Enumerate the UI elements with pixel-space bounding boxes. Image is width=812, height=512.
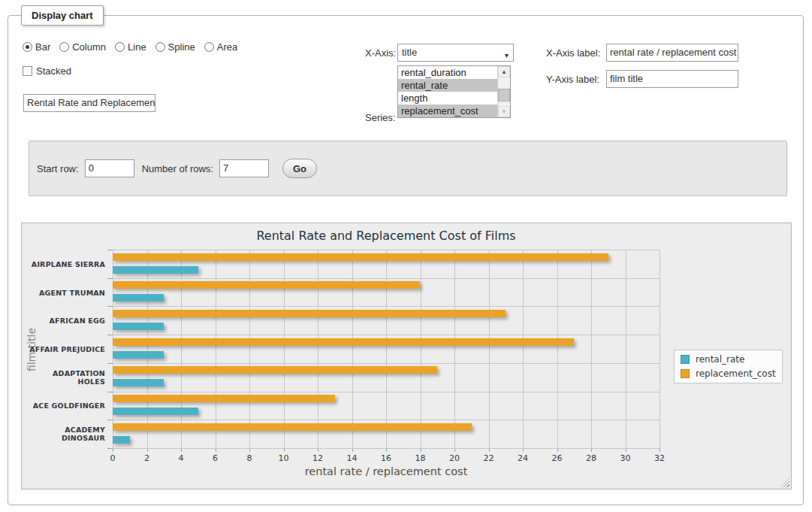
plot-area: 02468101214161820222426283032AIRPLANE SI…	[113, 250, 660, 448]
listbox-scrollbar[interactable]: ▲ ▼	[497, 66, 510, 117]
category-label: AIRPLANE SIERRA	[26, 259, 105, 268]
resize-handle-icon[interactable]	[780, 478, 789, 487]
rows-control-panel: Start row: 0 Number of rows: 7 Go	[29, 141, 787, 196]
scroll-down-icon[interactable]: ▼	[498, 106, 510, 117]
chart-type-radio-line[interactable]: Line	[115, 41, 146, 53]
gridline-horizontal	[113, 250, 660, 250]
series-listbox[interactable]: rental_durationrental_ratelengthreplacem…	[397, 65, 511, 118]
x-tick-label: 4	[166, 453, 196, 463]
series-listbox-label: Series:	[365, 112, 395, 123]
bar-rental_rate	[113, 294, 164, 301]
gridline-vertical	[181, 250, 182, 448]
category-label: ACE GOLDFINGER	[26, 401, 105, 410]
gridline-horizontal	[113, 420, 660, 420]
x-tick-mark	[660, 448, 660, 452]
gridline-vertical	[454, 250, 455, 448]
bar-replacement_cost	[113, 253, 608, 261]
y-axis-label-field-label: Y-Axis label:	[546, 74, 599, 85]
gridline-vertical	[318, 250, 318, 448]
series-option-replacement_cost[interactable]: replacement_cost	[398, 105, 497, 117]
x-tick-label: 14	[337, 453, 367, 463]
gridline-vertical	[147, 250, 148, 448]
display-chart-fieldset: Display chart BarColumnLineSplineArea St…	[8, 15, 804, 505]
legend-item-replacement_cost: replacement_cost	[681, 368, 776, 379]
x-axis-selected-value: title	[402, 47, 417, 58]
legend-label: rental_rate	[696, 354, 744, 365]
radio-label: Bar	[35, 41, 50, 53]
gridline-vertical	[626, 250, 626, 448]
stacked-checkbox[interactable]	[23, 66, 32, 76]
series-option-rental_duration[interactable]: rental_duration	[398, 66, 497, 79]
bar-rental_rate	[113, 351, 164, 359]
bar-rental_rate	[113, 323, 164, 330]
gridline-vertical	[216, 250, 216, 448]
chart-type-radio-column[interactable]: Column	[59, 41, 106, 53]
chart-title: Rental Rate and Replacement Cost of Film…	[113, 229, 660, 243]
x-axis-label-field-label: X-Axis label:	[546, 47, 600, 59]
radio-label: Spline	[168, 41, 195, 53]
gridline-horizontal	[113, 306, 660, 307]
chart-type-radio-bar[interactable]: Bar	[23, 41, 50, 53]
y-tick-mark	[107, 420, 113, 420]
x-tick-label: 22	[474, 453, 504, 463]
x-axis-label-input[interactable]: rental rate / replacement cost	[606, 44, 738, 62]
gridline-vertical	[421, 250, 421, 448]
x-tick-label: 30	[611, 453, 641, 463]
scrollbar-track[interactable]	[498, 77, 510, 106]
y-axis-label-input[interactable]: film title	[606, 70, 738, 88]
y-tick-mark	[107, 306, 113, 307]
gridline-vertical	[557, 250, 558, 448]
chart-title-input[interactable]: Rental Rate and Replacement Cost of Film…	[23, 94, 155, 112]
stacked-checkbox-row: Stacked	[23, 65, 71, 77]
chart-type-radio-area[interactable]: Area	[204, 41, 237, 53]
num-rows-label: Number of rows:	[142, 163, 213, 174]
gridline-horizontal	[113, 335, 660, 335]
category-label: ADAPTATION HOLES	[26, 369, 105, 386]
series-option-length[interactable]: length	[398, 92, 497, 105]
x-tick-label: 18	[406, 453, 436, 463]
legend-swatch-icon	[681, 355, 690, 364]
bar-replacement_cost	[113, 310, 506, 317]
x-tick-label: 2	[132, 453, 162, 463]
gridline-horizontal	[113, 363, 660, 364]
radio-icon[interactable]	[204, 42, 214, 52]
chart-legend: rental_ratereplacement_cost	[674, 350, 783, 383]
gridline-vertical	[249, 250, 250, 448]
x-tick-label: 8	[234, 453, 264, 463]
fieldset-legend: Display chart	[21, 5, 104, 26]
scrollbar-thumb[interactable]	[498, 89, 510, 101]
bar-rental_rate	[113, 436, 130, 444]
x-tick-label: 26	[542, 453, 572, 463]
radio-icon[interactable]	[155, 42, 165, 52]
y-tick-mark	[107, 335, 113, 335]
category-label: AFFAIR PREJUDICE	[26, 345, 105, 353]
series-option-rental_rate[interactable]: rental_rate	[398, 79, 497, 92]
radio-icon[interactable]	[59, 42, 69, 52]
radio-label: Area	[217, 41, 237, 53]
stacked-label: Stacked	[36, 65, 71, 77]
gridline-vertical	[352, 250, 353, 448]
bar-replacement_cost	[113, 423, 472, 431]
x-axis-title: rental rate / replacement cost	[113, 465, 660, 477]
bar-rental_rate	[113, 266, 198, 274]
x-tick-label: 32	[644, 453, 675, 463]
radio-icon[interactable]	[23, 42, 32, 52]
chart-type-radio-spline[interactable]: Spline	[155, 41, 195, 53]
x-axis-select[interactable]: title ▾	[397, 44, 514, 62]
category-label: AGENT TRUMAN	[26, 288, 105, 296]
num-rows-input[interactable]: 7	[219, 159, 269, 177]
start-row-input[interactable]: 0	[85, 159, 134, 177]
x-tick-label: 10	[269, 453, 299, 463]
gridline-vertical	[523, 250, 524, 448]
x-tick-label: 12	[303, 453, 333, 463]
gridline-vertical	[113, 250, 113, 448]
radio-icon[interactable]	[115, 42, 125, 52]
go-button[interactable]: Go	[282, 159, 317, 178]
category-label: AFRICAN EGG	[26, 317, 105, 325]
scroll-up-icon[interactable]: ▲	[498, 66, 510, 77]
radio-label: Column	[72, 41, 106, 53]
y-tick-mark	[107, 363, 113, 364]
x-tick-label: 0	[98, 453, 128, 463]
bar-rental_rate	[113, 379, 164, 386]
radio-label: Line	[128, 41, 146, 53]
